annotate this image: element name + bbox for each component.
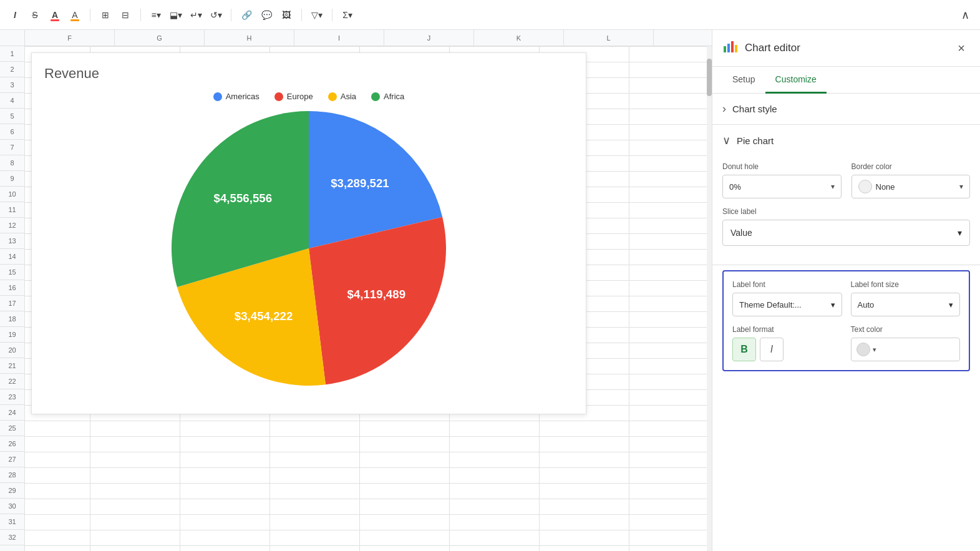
chart-style-title: Chart style bbox=[732, 104, 777, 114]
row-9[interactable]: 9 bbox=[0, 171, 24, 187]
pie-chart-header[interactable]: ∨ Pie chart bbox=[712, 125, 980, 156]
legend-africa: Africa bbox=[371, 92, 404, 101]
label-font-row2: Label format B I Text color ▾ bbox=[732, 325, 960, 361]
text-color-chevron: ▾ bbox=[873, 346, 876, 354]
border-color-select[interactable]: None ▾ bbox=[851, 175, 971, 198]
image-icon[interactable]: 🖼 bbox=[279, 7, 294, 22]
row-29[interactable]: 29 bbox=[0, 483, 24, 499]
sep4 bbox=[301, 9, 302, 21]
merge-cells-icon[interactable]: ⊟ bbox=[118, 7, 133, 22]
text-color-group: Text color ▾ bbox=[851, 325, 961, 361]
row-20[interactable]: 20 bbox=[0, 343, 24, 358]
italic-icon[interactable]: I bbox=[7, 7, 22, 22]
row-25[interactable]: 25 bbox=[0, 421, 24, 436]
label-font-select[interactable]: Theme Default:... ▾ bbox=[732, 293, 842, 316]
col-header-j[interactable]: J bbox=[384, 30, 474, 46]
row-19[interactable]: 19 bbox=[0, 327, 24, 343]
legend-americas: Americas bbox=[213, 92, 260, 101]
chart-style-header[interactable]: › Chart style bbox=[712, 94, 980, 124]
function-icon[interactable]: Σ▾ bbox=[340, 7, 355, 22]
row-2[interactable]: 2 bbox=[0, 62, 24, 77]
row-32[interactable]: 32 bbox=[0, 530, 24, 545]
highlight-icon[interactable]: A bbox=[67, 7, 82, 22]
filter-icon[interactable]: ▽▾ bbox=[309, 7, 324, 22]
border-color-group: Border color None ▾ bbox=[851, 162, 971, 198]
table-icon[interactable]: ⊞ bbox=[98, 7, 113, 22]
col-header-l[interactable]: L bbox=[564, 30, 654, 46]
bold-button[interactable]: B bbox=[732, 338, 756, 361]
pie-chart-title: Pie chart bbox=[737, 135, 774, 146]
link-icon[interactable]: 🔗 bbox=[239, 7, 254, 22]
valign-icon[interactable]: ⬓▾ bbox=[168, 7, 183, 22]
donut-hole-select[interactable]: 0% ▾ bbox=[722, 175, 842, 198]
slice-label-label: Slice label bbox=[722, 207, 970, 216]
scrollbar-thumb[interactable] bbox=[707, 59, 712, 96]
row-14[interactable]: 14 bbox=[0, 249, 24, 265]
row-28[interactable]: 28 bbox=[0, 467, 24, 483]
slice-label-chevron: ▾ bbox=[958, 228, 962, 238]
row-27[interactable]: 27 bbox=[0, 452, 24, 467]
label-font-label: Label font bbox=[732, 280, 842, 289]
donut-hole-chevron: ▾ bbox=[831, 182, 835, 191]
main-area: F G H I J K L 1 2 3 4 5 6 7 8 9 10 11 bbox=[0, 30, 980, 551]
slice-label-value: Value bbox=[730, 228, 752, 238]
row-5[interactable]: 5 bbox=[0, 109, 24, 124]
collapse-icon[interactable]: ∧ bbox=[958, 7, 973, 22]
col-header-i[interactable]: I bbox=[294, 30, 384, 46]
close-button[interactable]: × bbox=[953, 39, 970, 57]
svg-rect-0 bbox=[724, 46, 726, 52]
rotate-icon[interactable]: ↺▾ bbox=[208, 7, 223, 22]
wrap-icon[interactable]: ↵▾ bbox=[188, 7, 203, 22]
row-16[interactable]: 16 bbox=[0, 280, 24, 296]
text-color-picker[interactable]: ▾ bbox=[851, 338, 961, 361]
row-10[interactable]: 10 bbox=[0, 187, 24, 202]
chart-style-chevron: › bbox=[722, 102, 726, 115]
label-format-label: Label format bbox=[732, 325, 842, 334]
italic-button[interactable]: I bbox=[760, 338, 784, 361]
text-color-label: Text color bbox=[851, 325, 961, 334]
label-font-size-select[interactable]: Auto ▾ bbox=[851, 293, 961, 316]
sep3 bbox=[231, 9, 231, 21]
row-4[interactable]: 4 bbox=[0, 93, 24, 109]
col-header-f[interactable]: F bbox=[25, 30, 115, 46]
col-header-k[interactable]: K bbox=[474, 30, 564, 46]
row-23[interactable]: 23 bbox=[0, 389, 24, 405]
chart-editor-panel: Chart editor × Setup Customize › Chart s… bbox=[712, 30, 980, 551]
donut-hole-value: 0% bbox=[729, 182, 741, 192]
row-1[interactable]: 1 bbox=[0, 46, 24, 62]
align-icon[interactable]: ≡▾ bbox=[148, 7, 163, 22]
row-11[interactable]: 11 bbox=[0, 202, 24, 218]
row-22[interactable]: 22 bbox=[0, 374, 24, 389]
tab-setup[interactable]: Setup bbox=[722, 67, 765, 94]
col-header-h[interactable]: H bbox=[205, 30, 294, 46]
slice-label-select[interactable]: Value ▾ bbox=[722, 220, 970, 246]
col-header-g[interactable]: G bbox=[115, 30, 205, 46]
grid-area[interactable]: 1 2 3 4 5 6 7 8 9 10 11 12 13 14 15 16 1… bbox=[0, 46, 712, 551]
row-7[interactable]: 7 bbox=[0, 140, 24, 155]
tab-customize[interactable]: Customize bbox=[765, 67, 827, 94]
row-12[interactable]: 12 bbox=[0, 218, 24, 233]
row-24[interactable]: 24 bbox=[0, 405, 24, 421]
strikethrough-icon[interactable]: S bbox=[27, 7, 42, 22]
vertical-scrollbar[interactable] bbox=[707, 46, 712, 551]
row-30[interactable]: 30 bbox=[0, 499, 24, 514]
svg-rect-2 bbox=[731, 41, 734, 52]
row-6[interactable]: 6 bbox=[0, 124, 24, 140]
row-31[interactable]: 31 bbox=[0, 514, 24, 530]
row-8[interactable]: 8 bbox=[0, 155, 24, 171]
row-17[interactable]: 17 bbox=[0, 296, 24, 311]
label-font-row1: Label font Theme Default:... ▾ Label fon… bbox=[732, 280, 960, 316]
row-15[interactable]: 15 bbox=[0, 265, 24, 280]
sep2 bbox=[140, 9, 141, 21]
slice-label-group: Slice label Value ▾ bbox=[722, 207, 970, 246]
row-21[interactable]: 21 bbox=[0, 358, 24, 374]
pie-chart-chevron: ∨ bbox=[722, 134, 730, 147]
legend-label-africa: Africa bbox=[384, 92, 404, 101]
row-13[interactable]: 13 bbox=[0, 233, 24, 249]
row-3[interactable]: 3 bbox=[0, 77, 24, 93]
comment-icon[interactable]: 💬 bbox=[259, 7, 274, 22]
text-color-icon[interactable]: A bbox=[47, 7, 62, 22]
label-font-section: Label font Theme Default:... ▾ Label fon… bbox=[722, 270, 970, 371]
row-18[interactable]: 18 bbox=[0, 311, 24, 327]
row-26[interactable]: 26 bbox=[0, 436, 24, 452]
